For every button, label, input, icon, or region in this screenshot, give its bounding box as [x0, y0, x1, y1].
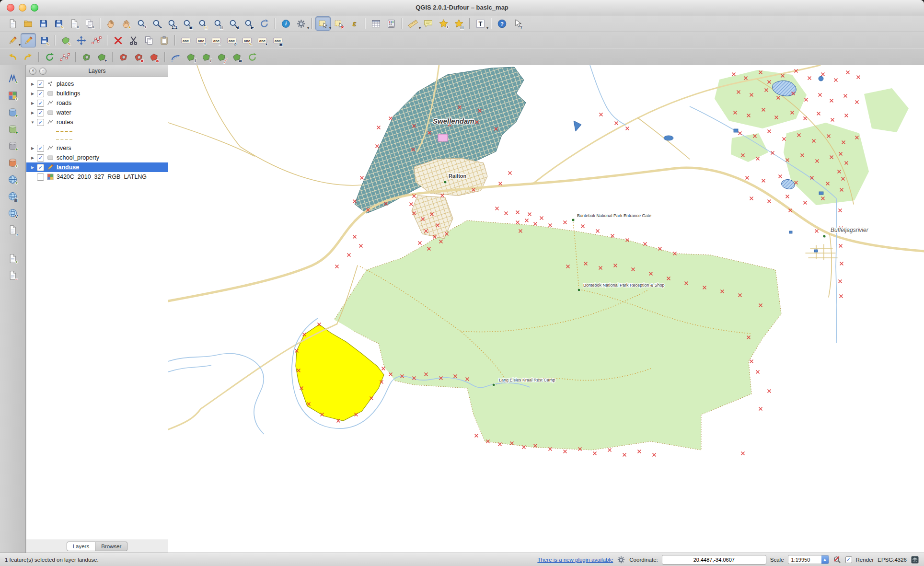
- zoom-full[interactable]: ▣: [180, 17, 195, 30]
- crs-status-icon[interactable]: [911, 555, 919, 564]
- render-checkbox[interactable]: ✓: [845, 556, 852, 563]
- new-bookmark[interactable]: +: [436, 17, 450, 30]
- remove-layer[interactable]: −: [6, 268, 20, 282]
- open-attribute-table[interactable]: [369, 17, 383, 30]
- layer-item-3420C_2010_327_RGB_LATLNG[interactable]: ▶3420C_2010_327_RGB_LATLNG: [26, 172, 168, 182]
- add-oracle-layer[interactable]: +: [6, 156, 20, 169]
- zoom-next[interactable]: ▶: [242, 17, 256, 30]
- plugin-link[interactable]: There is a new plugin available: [537, 557, 613, 563]
- layer-expander[interactable]: ▶: [29, 82, 36, 86]
- redo[interactable]: [21, 50, 35, 64]
- add-wcs-layer[interactable]: ▦: [6, 189, 20, 203]
- rotate-point-symbols[interactable]: [245, 50, 259, 64]
- zoom-last[interactable]: ◀: [226, 17, 241, 30]
- offset-curve[interactable]: [168, 50, 183, 64]
- node-tool[interactable]: [89, 34, 104, 47]
- delete-selected[interactable]: [111, 34, 125, 47]
- add-wfs-layer[interactable]: V: [6, 206, 20, 219]
- rotate-label[interactable]: ↺: [224, 34, 239, 47]
- delete-part[interactable]: ✖: [147, 50, 161, 64]
- add-spatialite-layer[interactable]: +: [6, 122, 20, 136]
- identify-features[interactable]: [278, 17, 293, 30]
- layer-expander[interactable]: ▶: [29, 156, 36, 160]
- layer-checkbox-school_property[interactable]: ✓: [37, 154, 44, 162]
- deselect-features[interactable]: ✖: [332, 17, 346, 30]
- layer-item-school_property[interactable]: ▶✓school_property: [26, 153, 168, 162]
- close-window-button[interactable]: [7, 4, 14, 12]
- rotate-feature[interactable]: [42, 50, 57, 64]
- save-project[interactable]: [36, 17, 50, 30]
- layer-expander[interactable]: ▶: [29, 146, 36, 150]
- layer-checkbox-roads[interactable]: ✓: [37, 100, 44, 107]
- add-mssql-layer[interactable]: +: [6, 139, 20, 152]
- measure[interactable]: ▾: [405, 17, 420, 30]
- map-canvas[interactable]: SwellendamRailtonBontebok National Park …: [168, 65, 924, 553]
- add-postgis-layer[interactable]: +: [6, 105, 20, 119]
- stop-rendering-icon[interactable]: [833, 555, 842, 564]
- copy-features[interactable]: [141, 34, 156, 47]
- toggle-editing[interactable]: [21, 33, 36, 47]
- pan-map[interactable]: [104, 17, 118, 30]
- new-shapefile-layer[interactable]: +: [6, 252, 20, 265]
- reshape-features[interactable]: /: [184, 50, 198, 64]
- highlight-pinned-labels[interactable]: ▣: [270, 34, 285, 47]
- help[interactable]: [495, 17, 509, 30]
- layer-checkbox-3420C_2010_327_RGB_LATLNG[interactable]: [37, 173, 44, 181]
- simplify-feature[interactable]: [58, 50, 72, 64]
- plugin-icon[interactable]: [617, 555, 625, 564]
- scale-combo[interactable]: 1:19950 ▲▼: [788, 555, 829, 564]
- run-feature-action-dropdown[interactable]: ▾: [307, 26, 309, 30]
- zoom-in[interactable]: +: [134, 17, 149, 30]
- move-label[interactable]: ↔: [209, 34, 223, 47]
- layer-item-landuse[interactable]: ▶✓landuse: [26, 162, 168, 172]
- refresh-map[interactable]: [257, 17, 271, 30]
- pin-unpin-labels[interactable]: ▾: [255, 34, 269, 47]
- add-raster-layer[interactable]: +: [6, 89, 20, 102]
- zoom-window-button[interactable]: [31, 4, 38, 12]
- zoom-to-selection[interactable]: ▢: [196, 17, 210, 30]
- field-calculator[interactable]: [384, 17, 398, 30]
- tab-browser[interactable]: Browser: [95, 542, 127, 551]
- zoom-native[interactable]: 1:1: [165, 17, 179, 30]
- add-part[interactable]: +: [94, 50, 109, 64]
- select-features[interactable]: ▾: [315, 16, 331, 31]
- zoom-out[interactable]: −: [150, 17, 164, 30]
- layer-expander[interactable]: ▶: [29, 165, 36, 170]
- scale-combo-arrow-icon[interactable]: ▲▼: [821, 555, 829, 564]
- layer-item-water[interactable]: ▶✓water: [26, 108, 168, 117]
- move-feature[interactable]: [74, 34, 88, 47]
- coordinate-input[interactable]: [662, 555, 766, 565]
- open-project[interactable]: [21, 17, 35, 30]
- layer-item-rivers[interactable]: ▶✓rivers: [26, 143, 168, 153]
- map-tips[interactable]: [421, 17, 435, 30]
- merge-selected-features[interactable]: ⇄: [230, 50, 244, 64]
- split-parts[interactable]: /: [199, 50, 213, 64]
- add-vector-layer[interactable]: +: [6, 72, 20, 85]
- text-annotation[interactable]: ▾: [473, 17, 487, 30]
- new-print-composer[interactable]: ≡: [67, 17, 81, 30]
- composer-manager[interactable]: ≡: [82, 17, 96, 30]
- select-features-dropdown[interactable]: ▾: [329, 26, 331, 30]
- show-bookmarks[interactable]: ▤: [451, 17, 466, 30]
- layer-checkbox-routes[interactable]: ✓: [37, 119, 44, 126]
- text-annotation-dropdown[interactable]: ▾: [486, 26, 488, 30]
- undo[interactable]: [5, 50, 20, 64]
- layer-checkbox-buildings[interactable]: ✓: [37, 90, 44, 97]
- new-project[interactable]: [5, 17, 20, 30]
- run-feature-action[interactable]: ▾: [294, 17, 308, 30]
- save-layer-edits[interactable]: ✎: [37, 34, 51, 47]
- split-features[interactable]: ╱: [214, 50, 229, 64]
- layer-item-roads[interactable]: ▶✓roads: [26, 98, 168, 108]
- layer-checkbox-landuse[interactable]: ✓: [37, 164, 44, 171]
- layer-checkbox-water[interactable]: ✓: [37, 109, 44, 116]
- current-edits[interactable]: ▾: [5, 34, 20, 47]
- zoom-to-layer[interactable]: ▤: [211, 17, 225, 30]
- layer-checkbox-rivers[interactable]: ✓: [37, 145, 44, 152]
- pan-to-selection[interactable]: ✦: [119, 17, 133, 30]
- save-project-as[interactable]: ✎: [51, 17, 66, 30]
- paste-features[interactable]: [157, 34, 171, 47]
- layer-expander[interactable]: ▼: [29, 120, 36, 125]
- layer-expander[interactable]: ▶: [29, 92, 36, 96]
- add-feature[interactable]: ✎: [58, 34, 73, 47]
- layer-item-buildings[interactable]: ▶✓buildings: [26, 89, 168, 98]
